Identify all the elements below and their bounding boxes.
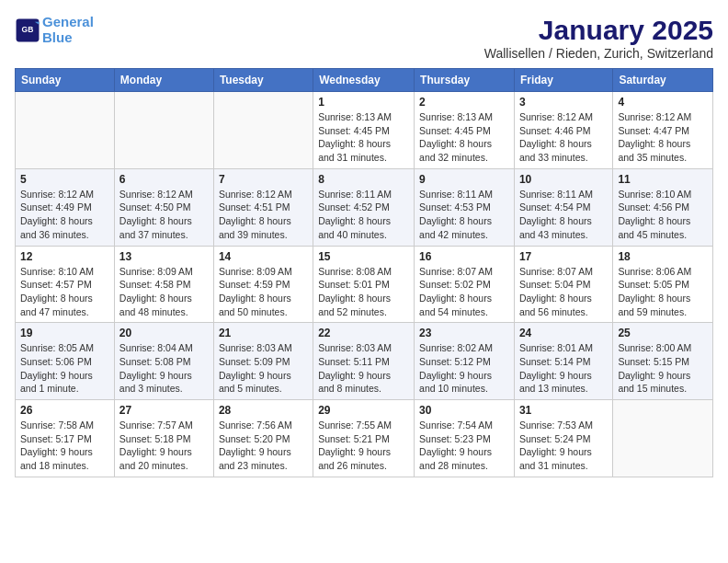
calendar-table: SundayMondayTuesdayWednesdayThursdayFrid… [15, 68, 713, 477]
calendar-cell: 17Sunrise: 8:07 AM Sunset: 5:04 PM Dayli… [514, 246, 612, 323]
day-detail: Sunrise: 7:56 AM Sunset: 5:20 PM Dayligh… [219, 419, 308, 473]
day-number: 14 [219, 250, 308, 263]
weekday-header: Tuesday [213, 69, 313, 92]
calendar-cell: 9Sunrise: 8:11 AM Sunset: 4:53 PM Daylig… [415, 168, 515, 246]
weekday-header-row: SundayMondayTuesdayWednesdayThursdayFrid… [16, 69, 713, 92]
day-detail: Sunrise: 8:12 AM Sunset: 4:50 PM Dayligh… [119, 188, 209, 242]
calendar-cell: 7Sunrise: 8:12 AM Sunset: 4:51 PM Daylig… [213, 168, 313, 246]
calendar-cell: 1Sunrise: 8:13 AM Sunset: 4:45 PM Daylig… [313, 92, 415, 169]
day-detail: Sunrise: 8:12 AM Sunset: 4:51 PM Dayligh… [219, 188, 308, 242]
day-number: 10 [519, 173, 608, 186]
day-number: 30 [419, 404, 509, 417]
day-number: 26 [20, 404, 109, 417]
day-number: 3 [519, 96, 608, 109]
calendar-cell: 20Sunrise: 8:04 AM Sunset: 5:08 PM Dayli… [114, 323, 213, 400]
day-detail: Sunrise: 8:11 AM Sunset: 4:54 PM Dayligh… [519, 188, 608, 242]
weekday-header: Sunday [16, 69, 115, 92]
day-number: 5 [20, 173, 109, 186]
day-detail: Sunrise: 8:11 AM Sunset: 4:52 PM Dayligh… [318, 188, 409, 242]
day-detail: Sunrise: 8:12 AM Sunset: 4:46 PM Dayligh… [519, 110, 608, 165]
title-block: January 2025 Wallisellen / Rieden, Zuric… [484, 15, 713, 61]
weekday-header: Friday [514, 69, 612, 92]
day-number: 20 [119, 327, 209, 339]
calendar-subtitle: Wallisellen / Rieden, Zurich, Switzerlan… [484, 46, 713, 61]
day-detail: Sunrise: 8:07 AM Sunset: 5:02 PM Dayligh… [419, 265, 509, 319]
day-detail: Sunrise: 8:13 AM Sunset: 4:45 PM Dayligh… [318, 110, 409, 165]
calendar-cell: 6Sunrise: 8:12 AM Sunset: 4:50 PM Daylig… [114, 168, 213, 246]
day-detail: Sunrise: 8:01 AM Sunset: 5:14 PM Dayligh… [519, 341, 608, 396]
day-detail: Sunrise: 8:11 AM Sunset: 4:53 PM Dayligh… [419, 188, 509, 242]
svg-text:GB: GB [22, 24, 34, 33]
calendar-cell: 13Sunrise: 8:09 AM Sunset: 4:58 PM Dayli… [114, 246, 213, 323]
calendar-week-row: 26Sunrise: 7:58 AM Sunset: 5:17 PM Dayli… [16, 400, 713, 477]
calendar-cell [213, 92, 313, 169]
day-number: 29 [318, 404, 409, 417]
day-number: 4 [618, 96, 708, 109]
day-detail: Sunrise: 7:53 AM Sunset: 5:24 PM Dayligh… [519, 419, 608, 473]
calendar-cell: 12Sunrise: 8:10 AM Sunset: 4:57 PM Dayli… [16, 246, 115, 323]
day-number: 18 [618, 250, 708, 263]
calendar-cell: 4Sunrise: 8:12 AM Sunset: 4:47 PM Daylig… [613, 92, 713, 169]
calendar-cell: 15Sunrise: 8:08 AM Sunset: 5:01 PM Dayli… [313, 246, 415, 323]
calendar-title: January 2025 [484, 15, 713, 46]
weekday-header: Wednesday [313, 69, 415, 92]
calendar-cell: 27Sunrise: 7:57 AM Sunset: 5:18 PM Dayli… [114, 400, 213, 477]
day-number: 15 [318, 250, 409, 263]
day-number: 22 [318, 327, 409, 339]
day-detail: Sunrise: 8:02 AM Sunset: 5:12 PM Dayligh… [419, 341, 509, 396]
calendar-cell [16, 92, 115, 169]
calendar-cell: 16Sunrise: 8:07 AM Sunset: 5:02 PM Dayli… [415, 246, 515, 323]
calendar-cell: 14Sunrise: 8:09 AM Sunset: 4:59 PM Dayli… [213, 246, 313, 323]
logo: GB General Blue [15, 15, 94, 45]
day-detail: Sunrise: 8:10 AM Sunset: 4:57 PM Dayligh… [20, 265, 109, 319]
day-number: 12 [20, 250, 109, 263]
calendar-cell: 29Sunrise: 7:55 AM Sunset: 5:21 PM Dayli… [313, 400, 415, 477]
day-number: 27 [119, 404, 209, 417]
day-detail: Sunrise: 8:07 AM Sunset: 5:04 PM Dayligh… [519, 265, 608, 319]
day-detail: Sunrise: 7:58 AM Sunset: 5:17 PM Dayligh… [20, 419, 109, 473]
calendar-cell: 26Sunrise: 7:58 AM Sunset: 5:17 PM Dayli… [16, 400, 115, 477]
day-number: 17 [519, 250, 608, 263]
calendar-cell: 21Sunrise: 8:03 AM Sunset: 5:09 PM Dayli… [213, 323, 313, 400]
calendar-cell: 24Sunrise: 8:01 AM Sunset: 5:14 PM Dayli… [514, 323, 612, 400]
day-number: 7 [219, 173, 308, 186]
day-detail: Sunrise: 8:09 AM Sunset: 4:58 PM Dayligh… [119, 265, 209, 319]
calendar-cell [613, 400, 713, 477]
weekday-header: Thursday [415, 69, 515, 92]
calendar-cell: 22Sunrise: 8:03 AM Sunset: 5:11 PM Dayli… [313, 323, 415, 400]
calendar-cell: 10Sunrise: 8:11 AM Sunset: 4:54 PM Dayli… [514, 168, 612, 246]
calendar-week-row: 5Sunrise: 8:12 AM Sunset: 4:49 PM Daylig… [16, 168, 713, 246]
calendar-week-row: 1Sunrise: 8:13 AM Sunset: 4:45 PM Daylig… [16, 92, 713, 169]
calendar-cell: 3Sunrise: 8:12 AM Sunset: 4:46 PM Daylig… [514, 92, 612, 169]
day-detail: Sunrise: 8:10 AM Sunset: 4:56 PM Dayligh… [618, 188, 708, 242]
day-detail: Sunrise: 7:57 AM Sunset: 5:18 PM Dayligh… [119, 419, 209, 473]
day-number: 25 [618, 327, 708, 339]
weekday-header: Saturday [613, 69, 713, 92]
calendar-cell: 31Sunrise: 7:53 AM Sunset: 5:24 PM Dayli… [514, 400, 612, 477]
day-number: 31 [519, 404, 608, 417]
day-number: 8 [318, 173, 409, 186]
day-number: 13 [119, 250, 209, 263]
day-detail: Sunrise: 8:13 AM Sunset: 4:45 PM Dayligh… [419, 110, 509, 165]
calendar-cell: 30Sunrise: 7:54 AM Sunset: 5:23 PM Dayli… [415, 400, 515, 477]
day-number: 21 [219, 327, 308, 339]
calendar-week-row: 19Sunrise: 8:05 AM Sunset: 5:06 PM Dayli… [16, 323, 713, 400]
calendar-cell: 18Sunrise: 8:06 AM Sunset: 5:05 PM Dayli… [613, 246, 713, 323]
day-number: 23 [419, 327, 509, 339]
day-detail: Sunrise: 8:03 AM Sunset: 5:11 PM Dayligh… [318, 341, 409, 396]
calendar-week-row: 12Sunrise: 8:10 AM Sunset: 4:57 PM Dayli… [16, 246, 713, 323]
calendar-cell: 28Sunrise: 7:56 AM Sunset: 5:20 PM Dayli… [213, 400, 313, 477]
calendar-cell: 19Sunrise: 8:05 AM Sunset: 5:06 PM Dayli… [16, 323, 115, 400]
day-detail: Sunrise: 7:55 AM Sunset: 5:21 PM Dayligh… [318, 419, 409, 473]
calendar-cell: 23Sunrise: 8:02 AM Sunset: 5:12 PM Dayli… [415, 323, 515, 400]
calendar-cell: 5Sunrise: 8:12 AM Sunset: 4:49 PM Daylig… [16, 168, 115, 246]
day-detail: Sunrise: 8:09 AM Sunset: 4:59 PM Dayligh… [219, 265, 308, 319]
day-number: 6 [119, 173, 209, 186]
day-detail: Sunrise: 8:12 AM Sunset: 4:49 PM Dayligh… [20, 188, 109, 242]
day-number: 24 [519, 327, 608, 339]
day-number: 16 [419, 250, 509, 263]
calendar-cell [114, 92, 213, 169]
day-number: 9 [419, 173, 509, 186]
calendar-cell: 11Sunrise: 8:10 AM Sunset: 4:56 PM Dayli… [613, 168, 713, 246]
day-number: 19 [20, 327, 109, 339]
